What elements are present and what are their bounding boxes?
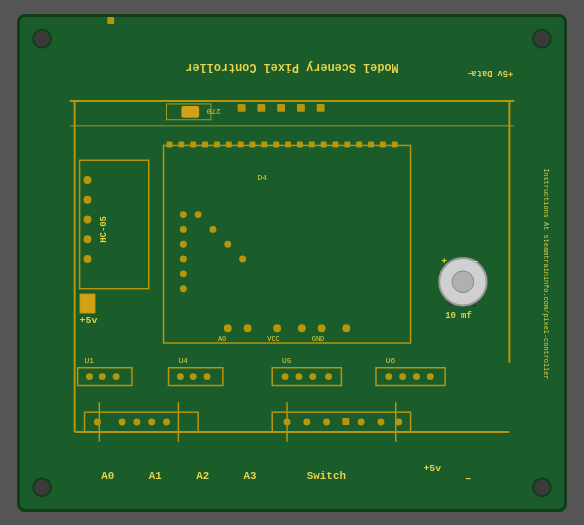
svg-rect-15 (167, 103, 211, 119)
svg-text:270: 270 (206, 106, 220, 115)
svg-rect-34 (309, 141, 315, 147)
svg-rect-67 (78, 367, 132, 385)
svg-point-2 (33, 478, 51, 496)
svg-rect-80 (376, 367, 445, 385)
svg-text:U6: U6 (386, 355, 396, 364)
svg-point-84 (427, 373, 434, 380)
svg-rect-33 (297, 141, 303, 147)
svg-text:D4: D4 (257, 173, 267, 182)
svg-rect-14 (80, 160, 149, 288)
svg-point-74 (204, 373, 211, 380)
svg-point-58 (244, 324, 252, 332)
svg-rect-85 (85, 412, 199, 432)
svg-rect-28 (238, 141, 244, 147)
svg-point-76 (282, 373, 289, 380)
svg-point-68 (86, 373, 93, 380)
svg-text:Instructions At steamtraininfo: Instructions At steamtraininfo.com/pixel… (542, 168, 550, 379)
svg-point-3 (533, 478, 551, 496)
svg-point-49 (180, 240, 187, 247)
svg-text:A2: A2 (196, 470, 209, 482)
svg-rect-40 (380, 141, 386, 147)
svg-text:U4: U4 (178, 355, 188, 364)
svg-point-70 (113, 373, 120, 380)
svg-rect-92 (272, 412, 410, 432)
svg-point-78 (309, 373, 316, 380)
svg-text:U5: U5 (282, 355, 292, 364)
svg-rect-24 (190, 141, 196, 147)
svg-text:+: + (447, 301, 452, 311)
svg-rect-37 (344, 141, 350, 147)
svg-rect-20 (297, 103, 305, 111)
svg-rect-29 (250, 141, 256, 147)
svg-point-63 (439, 258, 486, 305)
svg-text:+5v: +5v (497, 68, 514, 78)
svg-rect-17 (238, 103, 246, 111)
svg-rect-96 (342, 418, 349, 425)
svg-point-47 (180, 211, 187, 218)
svg-text:HC-05: HC-05 (99, 216, 109, 243)
svg-point-42 (84, 176, 92, 184)
svg-point-98 (377, 418, 384, 425)
svg-point-82 (399, 373, 406, 380)
svg-point-99 (395, 418, 402, 425)
svg-rect-100 (80, 293, 96, 313)
svg-rect-87 (107, 17, 114, 24)
svg-text:GND: GND (312, 335, 324, 343)
svg-rect-26 (214, 141, 220, 147)
svg-text:10 mf: 10 mf (445, 311, 472, 321)
svg-point-59 (273, 324, 281, 332)
svg-rect-39 (368, 141, 374, 147)
svg-point-89 (133, 418, 140, 425)
svg-rect-75 (272, 367, 341, 385)
svg-text:–: – (465, 472, 472, 484)
svg-rect-16 (181, 105, 199, 117)
svg-point-1 (533, 29, 551, 47)
svg-point-55 (224, 240, 231, 247)
svg-point-64 (452, 270, 474, 292)
svg-text:A0: A0 (218, 335, 226, 343)
svg-rect-30 (261, 141, 267, 147)
svg-rect-19 (277, 103, 285, 111)
svg-text:A3: A3 (244, 470, 257, 482)
svg-point-97 (358, 418, 365, 425)
svg-point-51 (180, 270, 187, 277)
svg-text:Switch: Switch (307, 470, 346, 482)
svg-rect-35 (321, 141, 327, 147)
svg-point-83 (413, 373, 420, 380)
svg-text:+: + (441, 255, 447, 266)
svg-point-77 (295, 373, 302, 380)
svg-point-62 (342, 324, 350, 332)
svg-rect-18 (257, 103, 265, 111)
svg-point-44 (84, 215, 92, 223)
svg-rect-38 (356, 141, 362, 147)
svg-rect-27 (226, 141, 232, 147)
svg-point-52 (180, 285, 187, 292)
svg-point-93 (284, 418, 291, 425)
svg-text:+5v: +5v (423, 463, 441, 474)
svg-point-81 (385, 373, 392, 380)
svg-rect-13 (164, 145, 411, 343)
svg-rect-21 (317, 103, 325, 111)
svg-point-79 (325, 373, 332, 380)
svg-point-73 (190, 373, 197, 380)
svg-point-0 (33, 29, 51, 47)
svg-point-46 (84, 255, 92, 263)
svg-point-95 (323, 418, 330, 425)
svg-point-91 (163, 418, 170, 425)
svg-text:U1: U1 (85, 355, 95, 364)
svg-rect-71 (169, 367, 223, 385)
svg-point-72 (177, 373, 184, 380)
svg-text:VCC: VCC (267, 335, 279, 343)
svg-point-69 (99, 373, 106, 380)
svg-text:–: – (473, 255, 479, 266)
svg-rect-31 (273, 141, 279, 147)
svg-rect-41 (392, 141, 398, 147)
svg-rect-23 (178, 141, 184, 147)
svg-text:+5v: +5v (80, 315, 98, 326)
svg-point-48 (180, 225, 187, 232)
svg-point-61 (318, 324, 326, 332)
svg-point-94 (303, 418, 310, 425)
svg-point-43 (84, 195, 92, 203)
svg-text:–: – (471, 301, 476, 311)
svg-rect-25 (202, 141, 208, 147)
